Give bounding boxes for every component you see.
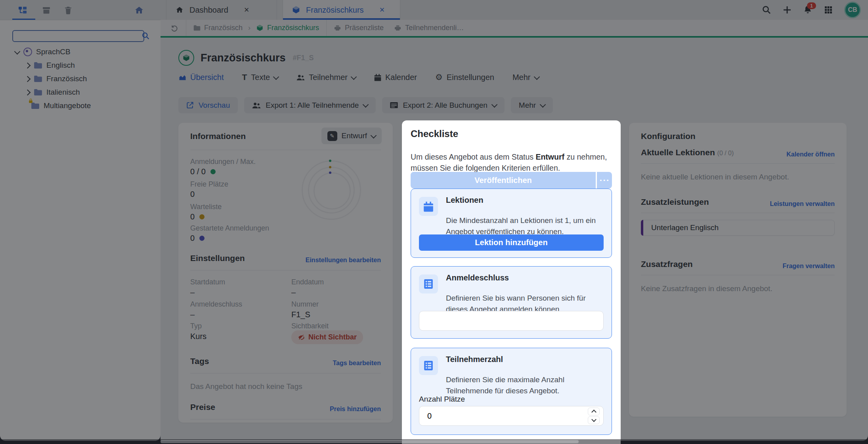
card-description: Definieren Sie die maximale Anzahl Teiln…: [446, 374, 602, 396]
horizontal-scrollbar[interactable]: [0, 439, 868, 444]
list-icon: [419, 274, 438, 293]
calendar-icon: [419, 197, 438, 216]
scrollbar-thumb[interactable]: [161, 440, 579, 443]
checklist-card-teilnehmerzahl: Teilnehmerzahl Definieren Sie die maxima…: [411, 348, 612, 435]
app-window: SprachCB Englisch Französisch Italienisc…: [0, 0, 868, 444]
card-description: Die Mindestanzahl an Lektionen ist 1, um…: [446, 215, 602, 237]
modal-description: Um dieses Angebot aus dem Status Entwurf…: [411, 151, 611, 173]
stepper-down-icon[interactable]: [588, 416, 600, 424]
checklist-card-anmeldeschluss: Anmeldeschluss Definieren Sie bis wann P…: [411, 266, 612, 339]
publish-more-options-button[interactable]: •••: [597, 172, 612, 189]
deadline-input[interactable]: [419, 311, 604, 331]
seats-input[interactable]: [419, 406, 604, 426]
checklist-card-lektionen: Lektionen Die Mindestanzahl an Lektionen…: [411, 189, 612, 258]
list-icon: [419, 356, 438, 375]
card-title: Teilnehmerzahl: [446, 355, 503, 364]
publish-button[interactable]: Veröffentlichen: [411, 172, 596, 189]
seats-stepper: [419, 406, 604, 426]
seats-label: Anzahl Plätze: [419, 395, 465, 404]
stepper-up-icon[interactable]: [588, 408, 600, 415]
publish-split-button: Veröffentlichen •••: [411, 172, 612, 189]
checklist-modal: Checkliste Um dieses Angebot aus dem Sta…: [402, 120, 621, 444]
card-title: Anmeldeschluss: [446, 273, 509, 282]
modal-title: Checkliste: [411, 128, 458, 139]
add-lesson-button[interactable]: Lektion hinzufügen: [419, 234, 604, 251]
card-title: Lektionen: [446, 196, 483, 205]
